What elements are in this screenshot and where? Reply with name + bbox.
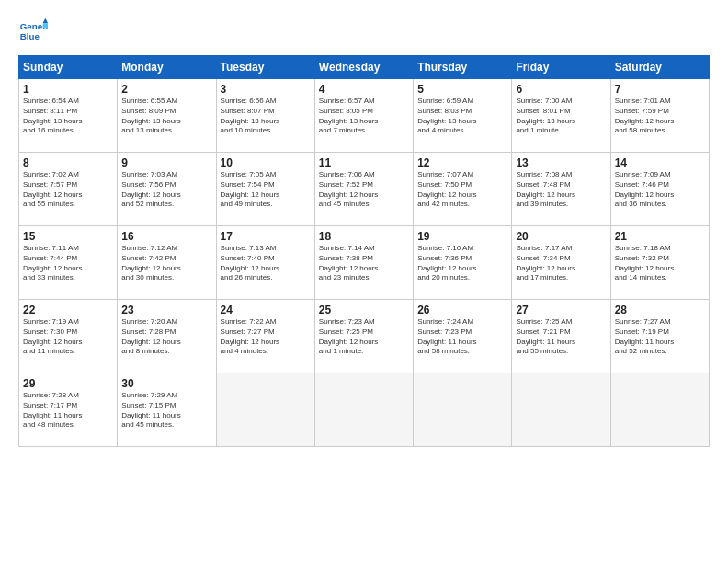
calendar-cell: 18Sunrise: 7:14 AM Sunset: 7:38 PM Dayli…: [314, 226, 413, 300]
day-number: 8: [23, 156, 113, 169]
day-number: 26: [417, 304, 507, 316]
calendar-cell: 7Sunrise: 7:01 AM Sunset: 7:59 PM Daylig…: [610, 79, 709, 153]
calendar-cell: [216, 373, 314, 447]
day-info: Sunrise: 7:03 AM Sunset: 7:56 PM Dayligh…: [121, 170, 211, 210]
calendar-cell: 3Sunrise: 6:56 AM Sunset: 8:07 PM Daylig…: [216, 79, 314, 153]
day-number: 3: [221, 83, 311, 96]
day-number: 22: [23, 304, 113, 316]
calendar-cell: 2Sunrise: 6:55 AM Sunset: 8:09 PM Daylig…: [118, 79, 216, 153]
day-number: 5: [417, 83, 507, 96]
calendar-cell: 14Sunrise: 7:09 AM Sunset: 7:46 PM Dayli…: [610, 153, 709, 226]
day-info: Sunrise: 7:02 AM Sunset: 7:57 PM Dayligh…: [23, 170, 113, 210]
page: General Blue SundayMondayTuesdayWednesda…: [0, 0, 728, 563]
day-info: Sunrise: 7:16 AM Sunset: 7:36 PM Dayligh…: [417, 244, 507, 283]
day-number: 12: [417, 156, 507, 169]
calendar-cell: [414, 373, 512, 447]
day-number: 6: [516, 83, 606, 96]
calendar-cell: 13Sunrise: 7:08 AM Sunset: 7:48 PM Dayli…: [512, 153, 610, 226]
calendar-cell: 5Sunrise: 6:59 AM Sunset: 8:03 PM Daylig…: [414, 79, 512, 153]
day-number: 29: [23, 377, 113, 390]
calendar-cell: 24Sunrise: 7:22 AM Sunset: 7:27 PM Dayli…: [216, 300, 314, 373]
calendar-cell: 1Sunrise: 6:54 AM Sunset: 8:11 PM Daylig…: [19, 79, 118, 153]
day-number: 18: [319, 230, 409, 243]
day-number: 13: [516, 156, 606, 169]
day-info: Sunrise: 7:11 AM Sunset: 7:44 PM Dayligh…: [23, 244, 113, 283]
day-number: 16: [121, 230, 211, 243]
calendar-week-3: 15Sunrise: 7:11 AM Sunset: 7:44 PM Dayli…: [19, 226, 710, 300]
day-number: 20: [516, 230, 606, 243]
weekday-header-monday: Monday: [118, 56, 216, 79]
day-info: Sunrise: 7:18 AM Sunset: 7:32 PM Dayligh…: [615, 244, 705, 283]
day-number: 21: [615, 230, 705, 243]
calendar-cell: 27Sunrise: 7:25 AM Sunset: 7:21 PM Dayli…: [512, 300, 610, 373]
day-info: Sunrise: 7:13 AM Sunset: 7:40 PM Dayligh…: [221, 244, 311, 283]
day-number: 24: [221, 304, 311, 316]
day-info: Sunrise: 7:29 AM Sunset: 7:15 PM Dayligh…: [121, 391, 211, 431]
calendar-table: SundayMondayTuesdayWednesdayThursdayFrid…: [18, 55, 710, 447]
day-number: 19: [417, 230, 507, 243]
day-number: 7: [615, 83, 705, 96]
day-info: Sunrise: 6:55 AM Sunset: 8:09 PM Dayligh…: [121, 97, 211, 136]
day-info: Sunrise: 7:24 AM Sunset: 7:23 PM Dayligh…: [417, 317, 507, 357]
calendar-cell: 15Sunrise: 7:11 AM Sunset: 7:44 PM Dayli…: [19, 226, 118, 300]
calendar-week-4: 22Sunrise: 7:19 AM Sunset: 7:30 PM Dayli…: [19, 300, 710, 373]
calendar-cell: 28Sunrise: 7:27 AM Sunset: 7:19 PM Dayli…: [610, 300, 709, 373]
header: General Blue: [18, 17, 710, 46]
day-number: 30: [121, 377, 211, 390]
svg-marker-3: [43, 23, 48, 28]
day-info: Sunrise: 7:12 AM Sunset: 7:42 PM Dayligh…: [121, 244, 211, 283]
svg-text:Blue: Blue: [20, 31, 40, 41]
day-number: 9: [121, 156, 211, 169]
calendar-week-2: 8Sunrise: 7:02 AM Sunset: 7:57 PM Daylig…: [19, 153, 710, 226]
day-info: Sunrise: 6:54 AM Sunset: 8:11 PM Dayligh…: [23, 97, 113, 136]
calendar-cell: 26Sunrise: 7:24 AM Sunset: 7:23 PM Dayli…: [414, 300, 512, 373]
day-info: Sunrise: 7:25 AM Sunset: 7:21 PM Dayligh…: [516, 317, 606, 357]
day-number: 1: [23, 83, 113, 96]
calendar-week-5: 29Sunrise: 7:28 AM Sunset: 7:17 PM Dayli…: [19, 373, 710, 447]
calendar-cell: 23Sunrise: 7:20 AM Sunset: 7:28 PM Dayli…: [118, 300, 216, 373]
day-number: 2: [121, 83, 211, 96]
day-number: 10: [221, 156, 311, 169]
calendar-cell: [512, 373, 610, 447]
day-info: Sunrise: 7:00 AM Sunset: 8:01 PM Dayligh…: [516, 97, 606, 136]
day-info: Sunrise: 7:08 AM Sunset: 7:48 PM Dayligh…: [516, 170, 606, 210]
calendar-cell: 12Sunrise: 7:07 AM Sunset: 7:50 PM Dayli…: [414, 153, 512, 226]
calendar-cell: 20Sunrise: 7:17 AM Sunset: 7:34 PM Dayli…: [512, 226, 610, 300]
weekday-header-saturday: Saturday: [610, 56, 709, 79]
day-info: Sunrise: 7:19 AM Sunset: 7:30 PM Dayligh…: [23, 317, 113, 357]
calendar-cell: 25Sunrise: 7:23 AM Sunset: 7:25 PM Dayli…: [314, 300, 413, 373]
day-info: Sunrise: 7:09 AM Sunset: 7:46 PM Dayligh…: [615, 170, 705, 210]
day-info: Sunrise: 6:56 AM Sunset: 8:07 PM Dayligh…: [221, 97, 311, 136]
calendar-cell: 10Sunrise: 7:05 AM Sunset: 7:54 PM Dayli…: [216, 153, 314, 226]
weekday-header-sunday: Sunday: [19, 56, 118, 79]
calendar-cell: [610, 373, 709, 447]
day-info: Sunrise: 7:22 AM Sunset: 7:27 PM Dayligh…: [221, 317, 311, 357]
day-number: 27: [516, 304, 606, 316]
day-number: 17: [221, 230, 311, 243]
calendar-cell: 11Sunrise: 7:06 AM Sunset: 7:52 PM Dayli…: [314, 153, 413, 226]
day-info: Sunrise: 7:05 AM Sunset: 7:54 PM Dayligh…: [221, 170, 311, 210]
day-info: Sunrise: 7:28 AM Sunset: 7:17 PM Dayligh…: [23, 391, 113, 431]
day-info: Sunrise: 7:27 AM Sunset: 7:19 PM Dayligh…: [615, 317, 705, 357]
weekday-header-tuesday: Tuesday: [216, 56, 314, 79]
weekday-header-friday: Friday: [512, 56, 610, 79]
day-number: 11: [319, 156, 409, 169]
day-number: 15: [23, 230, 113, 243]
day-number: 25: [319, 304, 409, 316]
calendar-week-1: 1Sunrise: 6:54 AM Sunset: 8:11 PM Daylig…: [19, 79, 710, 153]
logo-icon: General Blue: [18, 17, 48, 46]
day-number: 23: [121, 304, 211, 316]
day-info: Sunrise: 7:23 AM Sunset: 7:25 PM Dayligh…: [319, 317, 409, 357]
day-info: Sunrise: 6:59 AM Sunset: 8:03 PM Dayligh…: [417, 97, 507, 136]
day-info: Sunrise: 7:01 AM Sunset: 7:59 PM Dayligh…: [615, 97, 705, 136]
calendar-cell: 29Sunrise: 7:28 AM Sunset: 7:17 PM Dayli…: [19, 373, 118, 447]
weekday-header-thursday: Thursday: [414, 56, 512, 79]
day-info: Sunrise: 7:06 AM Sunset: 7:52 PM Dayligh…: [319, 170, 409, 210]
calendar-cell: 22Sunrise: 7:19 AM Sunset: 7:30 PM Dayli…: [19, 300, 118, 373]
day-info: Sunrise: 6:57 AM Sunset: 8:05 PM Dayligh…: [319, 97, 409, 136]
weekday-header-row: SundayMondayTuesdayWednesdayThursdayFrid…: [19, 56, 710, 79]
calendar-cell: 6Sunrise: 7:00 AM Sunset: 8:01 PM Daylig…: [512, 79, 610, 153]
logo: General Blue: [18, 17, 51, 46]
calendar-cell: 21Sunrise: 7:18 AM Sunset: 7:32 PM Dayli…: [610, 226, 709, 300]
calendar-cell: 8Sunrise: 7:02 AM Sunset: 7:57 PM Daylig…: [19, 153, 118, 226]
